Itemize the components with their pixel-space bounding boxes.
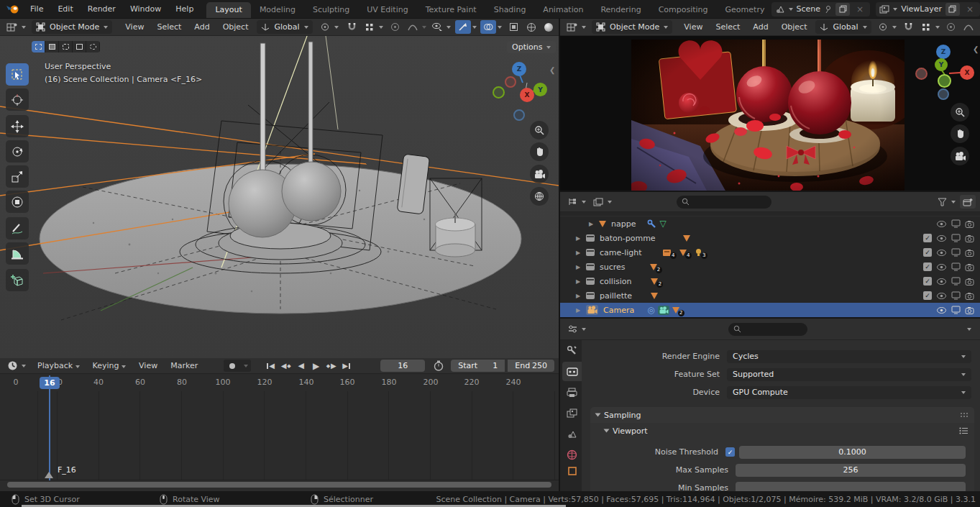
marker-triangle-icon[interactable]: [45, 472, 53, 478]
expand-arrow-icon[interactable]: ▶: [576, 264, 583, 270]
perspective-toggle-button[interactable]: [530, 187, 549, 206]
proportional-falloff-icon[interactable]: [961, 20, 976, 34]
marker-label[interactable]: F_16: [58, 465, 76, 475]
outliner-item-label[interactable]: Camera: [603, 306, 634, 315]
start-frame-field[interactable]: Start1: [451, 360, 505, 372]
end-frame-field[interactable]: End250: [508, 360, 554, 372]
expand-arrow-icon[interactable]: ▶: [589, 221, 596, 227]
min-samples-field[interactable]: [736, 482, 966, 492]
new-collection-icon[interactable]: [960, 195, 976, 209]
menu-edit[interactable]: Edit: [50, 0, 80, 19]
disable-render-icon[interactable]: [965, 278, 974, 286]
tab-tool[interactable]: [562, 341, 582, 360]
disable-viewport-icon[interactable]: [951, 277, 961, 286]
tab-object[interactable]: [562, 466, 582, 476]
filter-icon[interactable]: [934, 195, 950, 209]
remove-viewlayer-icon[interactable]: ×: [963, 4, 976, 14]
outliner-display-mode-icon[interactable]: [590, 195, 606, 209]
select-tweak-button[interactable]: [32, 41, 45, 52]
zoom-tool-button[interactable]: [530, 121, 549, 140]
workspace-tab-uv-editing[interactable]: UV Editing: [358, 2, 416, 18]
workspace-tab-shading[interactable]: Shading: [485, 2, 535, 18]
hide-eye-icon[interactable]: [936, 278, 947, 286]
timeline-scrollbar[interactable]: [7, 482, 551, 488]
camera-view-button[interactable]: [530, 165, 549, 183]
gizmo-axis-x[interactable]: X: [520, 88, 534, 102]
outliner-item-label[interactable]: collision: [600, 277, 631, 286]
workspace-tab-geometry-nodes[interactable]: Geometry Noc: [717, 2, 767, 18]
object-menu[interactable]: Object: [776, 22, 813, 32]
disable-viewport-icon[interactable]: [951, 262, 961, 271]
gizmo-axis-y[interactable]: Y: [935, 58, 948, 71]
options-button[interactable]: Options: [507, 41, 556, 53]
collection-checkbox[interactable]: ✓: [923, 277, 932, 286]
workspace-tab-animation[interactable]: Animation: [534, 2, 592, 18]
playback-menu[interactable]: Playback: [32, 361, 86, 370]
menu-file[interactable]: File: [23, 0, 50, 19]
hide-eye-icon[interactable]: [936, 306, 947, 314]
disable-render-icon[interactable]: [965, 220, 974, 228]
hide-eye-icon[interactable]: [936, 292, 947, 300]
disable-viewport-icon[interactable]: [951, 306, 961, 314]
blender-logo-icon[interactable]: [6, 4, 20, 15]
transform-orientation-selector[interactable]: Global: [815, 20, 871, 34]
max-samples-field[interactable]: 256: [736, 464, 966, 477]
select-mode-extra-button[interactable]: [86, 41, 100, 52]
view-menu[interactable]: View: [678, 22, 708, 32]
pin-icon[interactable]: [824, 5, 832, 14]
sidebar-collapse-arrow[interactable]: ❮: [973, 45, 979, 53]
add-menu[interactable]: Add: [188, 22, 215, 32]
collection-checkbox[interactable]: ✓: [923, 291, 932, 300]
expand-arrow-icon[interactable]: ▶: [576, 235, 583, 242]
divider-properties[interactable]: [560, 317, 980, 319]
show-gizmo-icon[interactable]: [455, 20, 471, 34]
timeline-track[interactable]: [0, 391, 559, 480]
marker-menu[interactable]: Marker: [165, 361, 203, 370]
gizmo-axis-x[interactable]: X: [960, 65, 974, 80]
disable-render-icon[interactable]: [965, 249, 974, 257]
show-overlays-icon[interactable]: [480, 20, 496, 34]
use-preview-range-icon[interactable]: [434, 360, 444, 371]
expand-arrow-icon[interactable]: ▶: [576, 250, 583, 256]
timeline-ruler[interactable]: 0 20 40 60 80 100 120 140 160 180 200 22…: [0, 374, 559, 391]
workspace-tab-rendering[interactable]: Rendering: [592, 2, 649, 18]
drag-dots-icon[interactable]: [960, 412, 968, 418]
disable-viewport-icon[interactable]: [951, 248, 961, 257]
snap-settings-icon[interactable]: [918, 20, 934, 34]
disable-viewport-icon[interactable]: [951, 219, 961, 228]
sampling-panel-header[interactable]: Sampling: [590, 407, 974, 423]
pan-hand-button[interactable]: [951, 124, 969, 143]
disable-render-icon[interactable]: [965, 306, 974, 314]
disable-render-icon[interactable]: [965, 234, 974, 242]
tab-world[interactable]: [562, 445, 582, 465]
outliner-row-paillette[interactable]: ▶ paillette ✓: [560, 288, 980, 303]
camera-data-icon[interactable]: [658, 306, 669, 315]
hide-eye-icon[interactable]: [936, 249, 947, 257]
disable-render-icon[interactable]: [965, 292, 974, 300]
pan-hand-button[interactable]: [530, 142, 549, 161]
tool-scale[interactable]: [6, 165, 29, 188]
add-menu[interactable]: Add: [747, 22, 774, 32]
outliner-item-label[interactable]: nappe: [611, 219, 636, 229]
outliner-row-nappe[interactable]: ▶ nappe ▽: [560, 216, 980, 231]
gizmo-axis-z[interactable]: Z: [936, 45, 951, 59]
editor-type-timeline-icon[interactable]: [4, 359, 20, 373]
tool-rotate[interactable]: [6, 140, 29, 163]
editor-type-outliner-icon[interactable]: [564, 195, 580, 209]
shading-wireframe-icon[interactable]: [523, 20, 539, 34]
select-circle-button[interactable]: [59, 41, 73, 52]
toggle-xray-icon[interactable]: [506, 20, 522, 34]
workspace-tab-sculpting[interactable]: Sculpting: [304, 2, 358, 18]
tab-scene[interactable]: [562, 424, 582, 444]
viewport-subpanel-header[interactable]: Viewport: [590, 423, 974, 439]
mode-selector[interactable]: Object Mode: [32, 20, 112, 34]
view-menu[interactable]: View: [119, 22, 150, 32]
new-viewlayer-button[interactable]: [945, 3, 960, 16]
workspace-tab-layout[interactable]: Layout: [206, 2, 250, 18]
gizmo-axis-x-neg[interactable]: [505, 76, 516, 88]
tool-transform[interactable]: [6, 191, 29, 213]
viewport-camera[interactable]: Z Y X ❮: [560, 36, 980, 192]
workspace-tab-modeling[interactable]: Modeling: [251, 2, 304, 18]
shading-solid-icon[interactable]: [541, 20, 557, 34]
jump-to-start-button[interactable]: ◀: [264, 360, 278, 372]
